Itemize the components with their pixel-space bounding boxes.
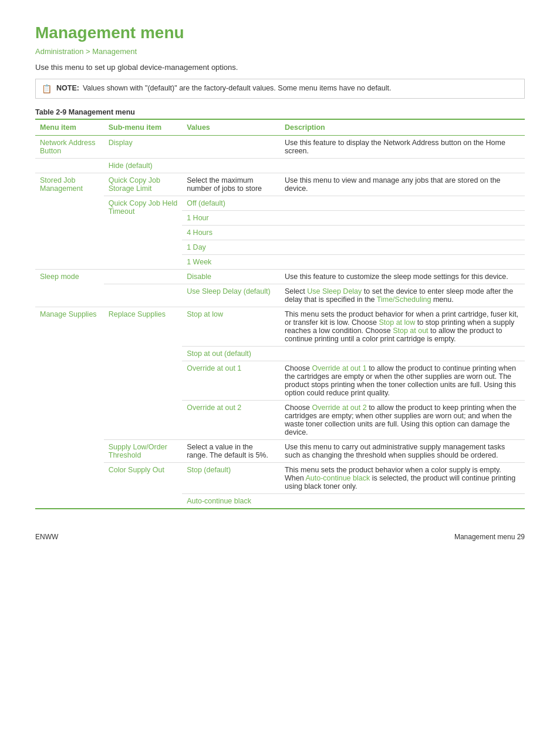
cell-desc: Use this feature to display the Network … xyxy=(280,136,525,159)
cell-val: Select the maximum number of jobs to sto… xyxy=(182,173,280,196)
cell-val xyxy=(182,159,280,173)
cell-val: 1 Hour xyxy=(182,211,280,226)
table-row: Use Sleep Delay (default) Select Use Sle… xyxy=(35,284,525,307)
note-icon: 📋 xyxy=(42,84,52,93)
cell-val: Stop at out (default) xyxy=(182,347,280,361)
breadcrumb-sep: > xyxy=(86,47,92,56)
breadcrumb: Administration > Management xyxy=(35,47,525,56)
table-row: Stored Job Management Quick Copy Job Sto… xyxy=(35,173,525,196)
cell-val xyxy=(182,136,280,159)
cell-val: Select a value in the range. The default… xyxy=(182,440,280,463)
cell-val: Disable xyxy=(182,270,280,284)
cell-sub: Replace Supplies xyxy=(104,307,182,440)
cell-desc xyxy=(280,196,525,211)
table-header-row: Menu item Sub-menu item Values Descripti… xyxy=(35,119,525,136)
col-header-menu: Menu item xyxy=(35,119,104,136)
footer: ENWW Management menu 29 xyxy=(35,533,525,541)
cell-desc xyxy=(280,255,525,270)
cell-desc xyxy=(280,494,525,509)
cell-val: Stop at low xyxy=(182,307,280,347)
footer-left: ENWW xyxy=(35,533,58,541)
cell-sub: Quick Copy Job Storage Limit xyxy=(104,173,182,196)
cell-desc: Choose Override at out 2 to allow the pr… xyxy=(280,401,525,440)
note-text: Values shown with "(default)" are the fa… xyxy=(83,84,392,92)
breadcrumb-management: Management xyxy=(92,47,137,56)
cell-desc xyxy=(280,159,525,173)
breadcrumb-admin: Administration xyxy=(35,47,83,56)
cell-sub: Quick Copy Job Held Timeout xyxy=(104,196,182,270)
cell-desc xyxy=(280,226,525,240)
col-header-sub: Sub-menu item xyxy=(104,119,182,136)
cell-sub: Color Supply Out xyxy=(104,463,182,509)
cell-menu: Stored Job Management xyxy=(35,173,104,270)
cell-desc: Use this menu to carry out administrativ… xyxy=(280,440,525,463)
cell-val: Off (default) xyxy=(182,196,280,211)
cell-val: Override at out 2 xyxy=(182,401,280,440)
cell-val: Stop (default) xyxy=(182,463,280,494)
cell-sub xyxy=(104,284,182,307)
cell-desc xyxy=(280,240,525,255)
cell-sub: Hide (default) xyxy=(104,159,182,173)
col-header-desc: Description xyxy=(280,119,525,136)
cell-desc: Use this menu to view and manage any job… xyxy=(280,173,525,196)
cell-val: 4 Hours xyxy=(182,226,280,240)
table-row: Supply Low/Order Threshold Select a valu… xyxy=(35,440,525,463)
cell-menu: Network Address Button xyxy=(35,136,104,159)
cell-val: Override at out 1 xyxy=(182,361,280,401)
table-row: Network Address Button Display Use this … xyxy=(35,136,525,159)
table-row: Quick Copy Job Held Timeout Off (default… xyxy=(35,196,525,211)
cell-val: Use Sleep Delay (default) xyxy=(182,284,280,307)
cell-desc: This menu sets the product behavior for … xyxy=(280,307,525,347)
management-table: Menu item Sub-menu item Values Descripti… xyxy=(35,119,525,509)
page-description: Use this menu to set up global device-ma… xyxy=(35,63,525,72)
cell-desc: Use this feature to customize the sleep … xyxy=(280,270,525,284)
note-label: NOTE: xyxy=(56,84,79,92)
cell-desc: Choose Override at out 1 to allow the pr… xyxy=(280,361,525,401)
cell-sub: Supply Low/Order Threshold xyxy=(104,440,182,463)
note-box: 📋 NOTE:Values shown with "(default)" are… xyxy=(35,79,525,99)
cell-sub: Display xyxy=(104,136,182,159)
table-title: Table 2-9 Management menu xyxy=(35,108,525,116)
table-row: Sleep mode Disable Use this feature to c… xyxy=(35,270,525,284)
cell-sub xyxy=(104,270,182,284)
page-title: Management menu xyxy=(35,23,525,42)
cell-desc: Select Use Sleep Delay to set the device… xyxy=(280,284,525,307)
cell-desc xyxy=(280,347,525,361)
cell-menu: Manage Supplies xyxy=(35,307,104,509)
table-row: Manage Supplies Replace Supplies Stop at… xyxy=(35,307,525,347)
cell-val: 1 Day xyxy=(182,240,280,255)
cell-val: 1 Week xyxy=(182,255,280,270)
cell-val: Auto-continue black xyxy=(182,494,280,509)
table-row: Hide (default) xyxy=(35,159,525,173)
table-row: Color Supply Out Stop (default) This men… xyxy=(35,463,525,494)
cell-menu: Sleep mode xyxy=(35,270,104,307)
footer-right: Management menu 29 xyxy=(454,533,525,541)
cell-menu xyxy=(35,159,104,173)
cell-desc: This menu sets the product behavior when… xyxy=(280,463,525,494)
cell-desc xyxy=(280,211,525,226)
col-header-values: Values xyxy=(182,119,280,136)
